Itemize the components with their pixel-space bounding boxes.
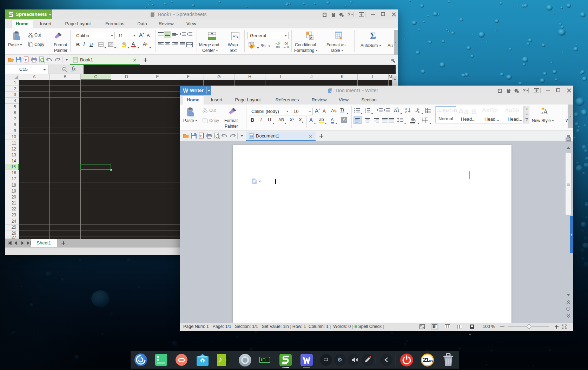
svg-text:3: 3 (365, 112, 366, 113)
svg-text:P: P (25, 58, 27, 61)
svg-text:¥: ¥ (250, 43, 252, 47)
svg-text:A: A (499, 90, 500, 92)
svg-text:W: W (330, 90, 332, 93)
svg-text:Z: Z (405, 110, 407, 113)
svg-text:A: A (324, 14, 325, 16)
svg-text:T: T (211, 33, 213, 37)
svg-text:P: P (200, 134, 203, 137)
svg-text:A: A (541, 111, 544, 115)
svg-text:W: W (250, 135, 253, 137)
svg-text:A: A (405, 107, 407, 110)
svg-text:R: R (64, 68, 65, 71)
